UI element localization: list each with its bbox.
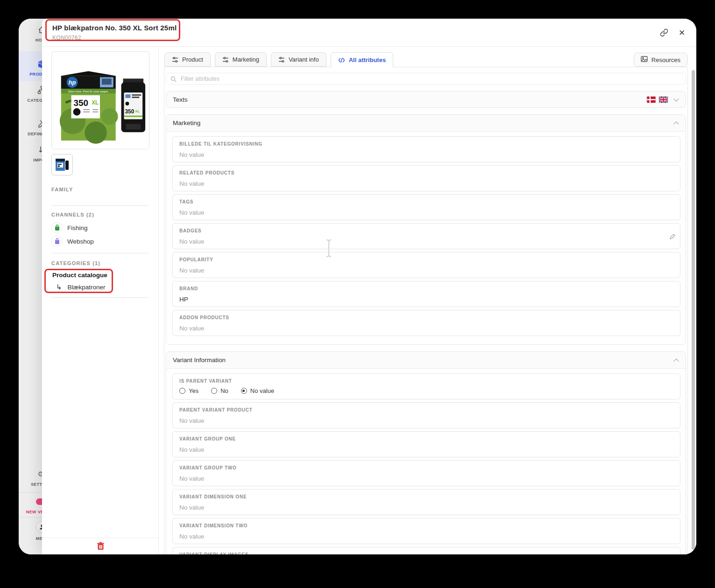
resources-label: Resources xyxy=(651,56,680,63)
attribute-field[interactable]: VARIANT DISPLAY IMAGES xyxy=(172,547,680,554)
attribute-value: No value xyxy=(179,475,673,482)
tab-marketing[interactable]: Marketing xyxy=(215,52,267,67)
product-title: HP blækpatron No. 350 XL Sort 25ml xyxy=(52,24,177,32)
attribute-label: VARIANT DISPLAY IMAGES xyxy=(179,552,673,554)
tab-all-attributes[interactable]: All attributes xyxy=(331,52,393,68)
trash-icon[interactable] xyxy=(95,540,106,552)
radio-icon xyxy=(179,388,185,394)
close-icon[interactable]: ✕ xyxy=(676,27,688,39)
category-root[interactable]: Product catalogue xyxy=(52,272,107,279)
tabs-row: Product Marketing Variant info xyxy=(164,52,393,67)
image-icon xyxy=(641,56,648,63)
modal-header: HP blækpatron No. 350 XL Sort 25ml KON00… xyxy=(42,19,696,47)
filter-attributes-input[interactable] xyxy=(166,73,686,85)
channel-item-fishing[interactable]: Fishing xyxy=(51,222,88,233)
section-texts[interactable]: Texts xyxy=(166,91,686,108)
section-header[interactable]: Marketing xyxy=(166,115,686,132)
app-window: HOME PRODUCTS CATEGORIES DEFINITIONS IMP… xyxy=(19,19,696,554)
radio-option-no[interactable]: No xyxy=(211,387,228,394)
sliders-icon xyxy=(278,56,285,63)
section-header[interactable]: Variant Information xyxy=(166,352,686,369)
attribute-field[interactable]: BADGES No value xyxy=(172,223,680,249)
tab-variant-info[interactable]: Variant info xyxy=(271,52,326,67)
resources-button[interactable]: Resources xyxy=(634,53,687,67)
categories-label: CATEGORIES (1) xyxy=(51,260,100,266)
attribute-field[interactable]: BRAND HP xyxy=(172,281,680,307)
family-label: FAMILY xyxy=(51,187,73,192)
category-child-name: Blækpatroner xyxy=(68,284,106,291)
radio-option-novalue[interactable]: No value xyxy=(241,387,274,394)
attribute-label: ADDON PRODUCTS xyxy=(179,315,673,320)
section-title: Variant Information xyxy=(173,357,226,364)
locale-flags xyxy=(646,96,679,103)
section-variant-information: Variant Information IS PARENT VARIANT Ye… xyxy=(166,351,686,554)
radio-option-yes[interactable]: Yes xyxy=(179,387,198,394)
attribute-value: No value xyxy=(179,267,673,274)
search-icon xyxy=(170,76,177,84)
link-icon[interactable] xyxy=(658,27,670,39)
chevron-up-icon[interactable] xyxy=(673,358,679,364)
edit-pencil-icon[interactable] xyxy=(667,231,678,241)
attribute-field[interactable]: POPULARITY No value xyxy=(172,252,680,278)
attribute-label: BADGES xyxy=(179,228,673,233)
attribute-label: BRAND xyxy=(179,286,673,291)
attribute-value: No value xyxy=(179,533,673,540)
attribute-field[interactable]: VARIANT GROUP ONE No value xyxy=(172,431,680,457)
product-detail-modal: HP blækpatron No. 350 XL Sort 25ml KON00… xyxy=(42,19,696,554)
attribute-field[interactable]: PARENT VARIANT PRODUCT No value xyxy=(172,402,680,428)
section-body: IS PARENT VARIANT Yes No No value xyxy=(166,369,686,554)
attribute-value: No value xyxy=(179,417,673,424)
attribute-field[interactable]: VARIANT DIMENSION TWO No value xyxy=(172,518,680,544)
section-title: Texts xyxy=(173,96,188,103)
branch-arrow-icon: ↳ xyxy=(56,283,62,291)
attribute-label: TAGS xyxy=(179,199,673,204)
channel-name: Fishing xyxy=(67,224,88,231)
attribute-field[interactable]: ADDON PRODUCTS No value xyxy=(172,310,680,336)
product-image[interactable]: hp Save more. Print 5x more pages. 350 X… xyxy=(51,51,149,149)
divider xyxy=(51,253,149,253)
shopping-bag-icon xyxy=(51,236,63,247)
scrollbar[interactable] xyxy=(692,70,695,550)
code-icon xyxy=(338,57,345,63)
modal-left-panel: hp Save more. Print 5x more pages. 350 X… xyxy=(42,47,159,554)
attributes-main-area: Product Marketing Variant info xyxy=(159,47,696,554)
svg-text:XL: XL xyxy=(135,109,140,113)
sliders-icon xyxy=(222,56,229,63)
attribute-value: No value xyxy=(179,151,673,158)
attribute-label: IS PARENT VARIANT xyxy=(179,378,673,384)
danish-flag-icon[interactable] xyxy=(646,96,656,103)
attribute-value: HP xyxy=(179,296,673,303)
divider xyxy=(51,297,149,298)
attribute-value: No value xyxy=(179,180,673,187)
channels-label: CHANNELS (2) xyxy=(51,212,94,217)
tab-product[interactable]: Product xyxy=(164,52,211,67)
channel-item-webshop[interactable]: Webshop xyxy=(51,236,94,247)
attribute-label: POPULARITY xyxy=(179,257,673,262)
attribute-field[interactable]: TAGS No value xyxy=(172,194,680,220)
radio-icon-checked xyxy=(241,388,247,394)
sliders-icon xyxy=(172,56,178,63)
svg-text:350: 350 xyxy=(125,108,134,115)
shopping-bag-icon xyxy=(51,222,63,233)
attribute-field[interactable]: RELATED PRODUCTS No value xyxy=(172,165,680,191)
attribute-field[interactable]: VARIANT GROUP TWO No value xyxy=(172,460,680,486)
attribute-label: PARENT VARIANT PRODUCT xyxy=(179,407,673,413)
attribute-field[interactable]: BILLEDE TIL KATEGORIVISNING No value xyxy=(172,136,680,162)
chevron-down-icon[interactable] xyxy=(673,96,679,101)
attribute-value: No value xyxy=(179,209,673,216)
category-child-item[interactable]: ↳ Blækpatroner xyxy=(56,283,106,291)
uk-flag-icon[interactable] xyxy=(658,96,668,103)
section-marketing: Marketing BILLEDE TIL KATEGORIVISNING No… xyxy=(166,114,686,345)
channel-name: Webshop xyxy=(67,238,94,245)
divider xyxy=(51,205,149,206)
tab-label: Marketing xyxy=(233,56,259,63)
section-title: Marketing xyxy=(173,119,200,126)
attribute-label: VARIANT GROUP ONE xyxy=(179,436,673,441)
svg-text:Save more. Print 5x more pages: Save more. Print 5x more pages. xyxy=(68,90,109,93)
attribute-label: VARIANT GROUP TWO xyxy=(179,465,673,470)
chevron-up-icon[interactable] xyxy=(673,121,679,126)
attribute-label: RELATED PRODUCTS xyxy=(179,170,673,175)
attribute-field[interactable]: VARIANT DIMENSION ONE No value xyxy=(172,489,680,515)
attribute-field[interactable]: IS PARENT VARIANT Yes No No value xyxy=(172,373,680,399)
product-thumbnail[interactable] xyxy=(51,154,73,175)
